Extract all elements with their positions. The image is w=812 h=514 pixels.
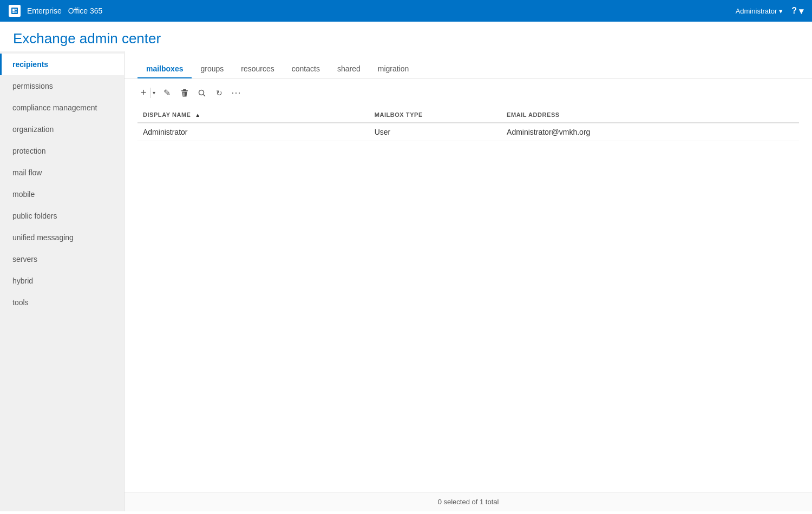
tabs: mailboxesgroupsresourcescontactssharedmi… xyxy=(125,51,812,78)
sidebar-item-unified-messaging[interactable]: unified messaging xyxy=(0,227,124,248)
sidebar-item-protection[interactable]: protection xyxy=(0,140,124,162)
sidebar-item-hybrid[interactable]: hybrid xyxy=(0,270,124,292)
topbar-product2[interactable]: Office 365 xyxy=(68,6,103,15)
sidebar-item-tools[interactable]: tools xyxy=(0,292,124,313)
tab-mailboxes[interactable]: mailboxes xyxy=(137,60,192,78)
sidebar-item-organization[interactable]: organization xyxy=(0,118,124,140)
help-dropdown-icon: ▾ xyxy=(799,6,803,16)
main-layout: recipientspermissionscompliance manageme… xyxy=(0,51,812,511)
add-dropdown-button[interactable]: ▾ xyxy=(150,88,158,98)
status-text: 0 selected of 1 total xyxy=(438,498,499,506)
more-button[interactable]: ··· xyxy=(229,85,244,101)
col-header-mailbox-type[interactable]: MAILBOX TYPE xyxy=(369,107,501,123)
topbar-right: Administrator ▾ ? ▾ xyxy=(736,6,803,16)
topbar-product1[interactable]: Enterprise xyxy=(27,6,62,15)
help-button[interactable]: ? ▾ xyxy=(791,6,803,16)
page-title: Exchange admin center xyxy=(13,30,799,47)
sidebar-item-compliance-management[interactable]: compliance management xyxy=(0,97,124,118)
tab-contacts[interactable]: contacts xyxy=(283,60,329,78)
add-button-group: + ▾ xyxy=(137,85,158,101)
table-header: DISPLAY NAME ▲ MAILBOX TYPE EMAIL ADDRES… xyxy=(137,107,799,123)
help-icon: ? xyxy=(791,6,797,16)
svg-rect-3 xyxy=(15,11,17,13)
mailbox-table-wrapper: DISPLAY NAME ▲ MAILBOX TYPE EMAIL ADDRES… xyxy=(125,107,812,492)
sidebar-item-mobile[interactable]: mobile xyxy=(0,183,124,205)
cell-display-name: Administrator xyxy=(137,123,369,141)
page-header: Exchange admin center xyxy=(0,22,812,51)
delete-button[interactable] xyxy=(177,85,192,101)
svg-rect-5 xyxy=(183,89,186,90)
content-area: mailboxesgroupsresourcescontactssharedmi… xyxy=(125,51,812,511)
svg-rect-1 xyxy=(12,9,15,11)
mailbox-table: DISPLAY NAME ▲ MAILBOX TYPE EMAIL ADDRES… xyxy=(137,107,799,141)
sidebar: recipientspermissionscompliance manageme… xyxy=(0,51,125,511)
refresh-button[interactable]: ↻ xyxy=(212,85,227,101)
sidebar-item-public-folders[interactable]: public folders xyxy=(0,205,124,227)
svg-point-7 xyxy=(199,90,204,95)
table-row[interactable]: AdministratorUserAdministrator@vmkh.org xyxy=(137,123,799,141)
cell-email-address: Administrator@vmkh.org xyxy=(501,123,799,141)
col-mailbox-type-label: MAILBOX TYPE xyxy=(375,111,423,118)
sort-arrow-display-name: ▲ xyxy=(195,112,200,118)
tab-groups[interactable]: groups xyxy=(192,60,232,78)
sidebar-item-mail-flow[interactable]: mail flow xyxy=(0,162,124,183)
sidebar-item-recipients[interactable]: recipients xyxy=(0,54,124,75)
svg-line-8 xyxy=(203,94,205,96)
table-body: AdministratorUserAdministrator@vmkh.org xyxy=(137,123,799,141)
search-button[interactable] xyxy=(194,85,209,101)
col-display-name-label: DISPLAY NAME xyxy=(143,111,191,118)
tab-migration[interactable]: migration xyxy=(369,60,418,78)
col-header-email-address[interactable]: EMAIL ADDRESS xyxy=(501,107,799,123)
add-button[interactable]: + xyxy=(137,85,150,101)
user-name: Administrator xyxy=(736,7,777,15)
topbar-left: Enterprise Office 365 xyxy=(9,5,102,17)
topbar: Enterprise Office 365 Administrator ▾ ? … xyxy=(0,0,812,22)
tab-resources[interactable]: resources xyxy=(232,60,283,78)
col-header-display-name[interactable]: DISPLAY NAME ▲ xyxy=(137,107,369,123)
svg-rect-2 xyxy=(15,9,17,10)
col-email-address-label: EMAIL ADDRESS xyxy=(507,111,560,118)
sidebar-item-servers[interactable]: servers xyxy=(0,248,124,270)
statusbar: 0 selected of 1 total xyxy=(125,492,812,511)
tab-shared[interactable]: shared xyxy=(329,60,369,78)
svg-rect-6 xyxy=(181,90,188,91)
toolbar: + ▾ ✎ ↻ ··· xyxy=(125,78,812,107)
cell-mailbox-type: User xyxy=(369,123,501,141)
sidebar-item-permissions[interactable]: permissions xyxy=(0,75,124,97)
edit-button[interactable]: ✎ xyxy=(160,85,175,101)
user-dropdown-icon: ▾ xyxy=(779,7,783,15)
office-logo xyxy=(9,5,21,17)
svg-rect-4 xyxy=(12,11,15,13)
user-menu[interactable]: Administrator ▾ xyxy=(736,7,783,15)
